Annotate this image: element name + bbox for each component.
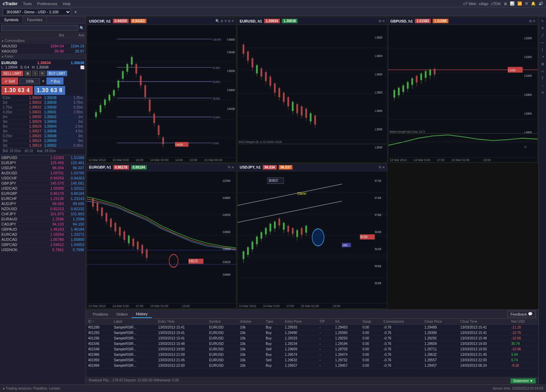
detach-icon[interactable]: ⧉ xyxy=(228,19,230,23)
close-chart-icon2[interactable]: ✕ xyxy=(382,19,385,23)
calgo-link[interactable]: cAlgo xyxy=(479,2,488,6)
symbol-eurgbp[interactable]: EURGBP 0.86178 0.86184 xyxy=(0,191,86,196)
col-sl[interactable]: S/L xyxy=(333,319,360,325)
symbol-usdchf[interactable]: USDCHF 0.94259 0.94263 xyxy=(0,176,86,181)
svg-rect-31 xyxy=(109,95,110,101)
menu-help[interactable]: Help xyxy=(63,2,71,6)
rt-fib-icon[interactable]: ⊞ xyxy=(540,61,546,67)
rt-horizontal-icon[interactable]: — xyxy=(540,39,546,45)
chart-header-gbpusd: GBPUSD, h1 1.51583 1.51586 ⧉ ✕ xyxy=(388,17,537,25)
col-id[interactable]: ID ↑ xyxy=(86,319,112,325)
detach-icon3[interactable]: ⧉ xyxy=(529,19,532,23)
svg-text:61.80%: 61.80% xyxy=(213,66,220,70)
history-content: ID ↑ Label Entry Time Symbol Volume Type… xyxy=(86,319,538,377)
tab-symbols[interactable]: Symbols xyxy=(0,16,23,23)
rt-line-icon[interactable]: ╱ xyxy=(540,32,546,38)
col-net-usd[interactable]: Net USD xyxy=(509,319,538,325)
chart-body-gbpusd[interactable]: 1.51583 1.52000 1.51500 1.51000 1.50500 … xyxy=(388,25,537,157)
amount-input[interactable] xyxy=(19,78,40,84)
col-label[interactable]: Label xyxy=(112,319,156,325)
tab-orders[interactable]: Orders xyxy=(112,311,132,318)
symbol-usdjpy[interactable]: USDJPY 96.034 96.037 xyxy=(0,165,86,171)
sell-limit-button[interactable]: SELL LIMIT xyxy=(1,71,23,76)
chart-body-usdjpy[interactable]: Channel 97.700 97.400 97.000 96.600 96.2… xyxy=(238,171,387,304)
col-close-time[interactable]: Close Time xyxy=(458,319,509,325)
symbol-audcad[interactable]: AUDCAD 1.05780 1.05800 xyxy=(0,237,86,242)
symbol-audusd[interactable]: AUDUSD 1.03701 1.03705 xyxy=(0,171,86,176)
rt-trend-icon[interactable]: ↗ xyxy=(540,54,546,60)
zoom-out-icon[interactable]: ⊕ xyxy=(220,19,223,23)
buy-button[interactable]: ↗ Buy xyxy=(46,77,63,85)
rt-ellipse-icon[interactable]: ○ xyxy=(540,82,546,88)
menu-preferences[interactable]: Preferences xyxy=(37,2,57,6)
statement-button[interactable]: Statement ▼ xyxy=(511,378,536,383)
ctdn-link[interactable]: cTDN xyxy=(491,2,501,6)
crosshair-icon[interactable]: ✛ xyxy=(224,19,227,23)
chart-toolbar-eurusd: ⧉ ✕ xyxy=(379,19,385,23)
detach-icon5[interactable]: ⧉ xyxy=(379,165,381,169)
chart-body-eurusd[interactable]: 1.35000 1.34500 1.34000 1.33500 1.33000 … xyxy=(238,25,387,162)
category-forex[interactable]: ▸ Forex xyxy=(0,54,86,59)
symbol-euraud[interactable]: EURAUD 1.2596 1.2598 xyxy=(0,217,86,222)
symbol-usdcad[interactable]: USDCAD 1.02006 1.02012 xyxy=(0,186,86,191)
col-volume[interactable]: Volume xyxy=(238,319,263,325)
rt-text-icon[interactable]: T xyxy=(540,75,546,81)
tab-positions[interactable]: Positions xyxy=(89,311,112,318)
rt-cursor-icon[interactable]: ↖ xyxy=(540,18,546,24)
symbol-chfjpy[interactable]: CHFJPY 101.875 101.893 xyxy=(0,212,86,217)
symbol-gbpcad[interactable]: GBPCAD 1.54612 1.54653 xyxy=(0,242,86,247)
symbol-audjpy[interactable]: AUDJPY 99.583 99.600 xyxy=(0,201,86,206)
svg-rect-132 xyxy=(416,76,417,82)
category-commodities[interactable]: ▸ Commodities xyxy=(0,38,86,44)
rt-vertical-icon[interactable]: | xyxy=(540,46,546,53)
col-entry-price[interactable]: Entry Price xyxy=(283,319,317,325)
symbol-eurchf[interactable]: EURCHF 1.23136 1.23143 xyxy=(0,196,86,201)
col-entry-time[interactable]: Entry Time xyxy=(156,319,207,325)
symbol-xagusd[interactable]: XAGUSD 28.96 28.97 xyxy=(0,49,86,54)
account-selector[interactable]: 3010687 - Demo - USD - 1:100 xyxy=(3,9,71,15)
chart-body-usdchf[interactable]: 100.00% 61.80% 50.00% 38.20% 23.60% 0.00… xyxy=(87,25,236,157)
symbol-usdnok[interactable]: USDNOK 5.7661 5.7696 xyxy=(0,247,86,252)
col-type[interactable]: Type xyxy=(264,319,283,325)
zoom-in-icon[interactable]: 🔍 xyxy=(215,19,219,23)
symbol-nzdusd[interactable]: NZDUSD 0.82223 0.82232 xyxy=(0,206,86,212)
rt-rect-icon[interactable]: ▭ xyxy=(540,68,546,74)
chart-link-icon[interactable]: 📈 xyxy=(80,66,84,69)
search-input[interactable] xyxy=(1,25,78,31)
rt-crosshair-icon[interactable]: ✛ xyxy=(540,25,546,31)
grid-icon[interactable]: ▦ xyxy=(25,71,31,76)
close-chart-icon5[interactable]: ✕ xyxy=(382,165,385,169)
col-swap[interactable]: Swap xyxy=(360,319,382,325)
ct-web-link[interactable]: cT Web xyxy=(463,2,476,6)
svg-rect-124 xyxy=(398,88,400,95)
symbol-gbpaud[interactable]: GBPAUD 1.46163 1.46184 xyxy=(0,227,86,232)
detach-icon2[interactable]: ⧉ xyxy=(379,19,381,23)
table-row: 401546 SampleRSIR... 13/03/2013 15:48 EU… xyxy=(86,341,538,347)
svg-text:0.94200: 0.94200 xyxy=(227,107,235,111)
sell-button[interactable]: ↙ Sell xyxy=(1,77,18,85)
order-buttons: SELL LIMIT ▦ ≡ ⚙ BUY LIMIT xyxy=(1,71,84,76)
list-icon[interactable]: ≡ xyxy=(32,71,38,76)
close-chart-icon3[interactable]: ✕ xyxy=(533,19,535,23)
symbol-gbpjpy[interactable]: GBPJPY 145.570 145.581 xyxy=(0,181,86,186)
symbol-xauusd[interactable]: XAUUSD 1594.04 1594.29 xyxy=(0,44,86,49)
symbol-cadjpy[interactable]: CADJPY 94.133 94.150 xyxy=(0,222,86,227)
col-close-price[interactable]: Close Price xyxy=(422,319,458,325)
symbol-eurjpy[interactable]: EURJPY 125.456 125.461 xyxy=(0,160,86,165)
feedback-button[interactable]: Feedback 💬 xyxy=(507,311,536,317)
tab-history[interactable]: History xyxy=(132,310,152,318)
close-chart-icon4[interactable]: ✕ xyxy=(231,165,234,169)
rt-delete-icon[interactable]: ✕ xyxy=(540,89,546,96)
chart-body-eurgbp[interactable]: 0.87000 0.86900 0.86700 0.86500 0.86300 … xyxy=(87,171,236,304)
tab-favorites[interactable]: Favorites xyxy=(23,16,47,23)
buy-limit-button[interactable]: BUY LIMIT xyxy=(47,71,68,76)
menu-tools[interactable]: Tools xyxy=(23,2,32,6)
col-symbol[interactable]: Symbol xyxy=(207,319,238,325)
col-commission[interactable]: Commissions xyxy=(382,319,422,325)
col-tp[interactable]: T/P xyxy=(317,319,333,325)
settings-small-icon[interactable]: ⚙ xyxy=(39,71,45,76)
close-chart-icon[interactable]: ✕ xyxy=(231,19,234,23)
symbol-gbpusd[interactable]: GBPUSD 1.51583 1.51586 xyxy=(0,155,86,160)
symbol-eurcad[interactable]: EURCAD 1.33254 1.33272 xyxy=(0,232,86,237)
detach-icon4[interactable]: ⧉ xyxy=(228,165,230,169)
